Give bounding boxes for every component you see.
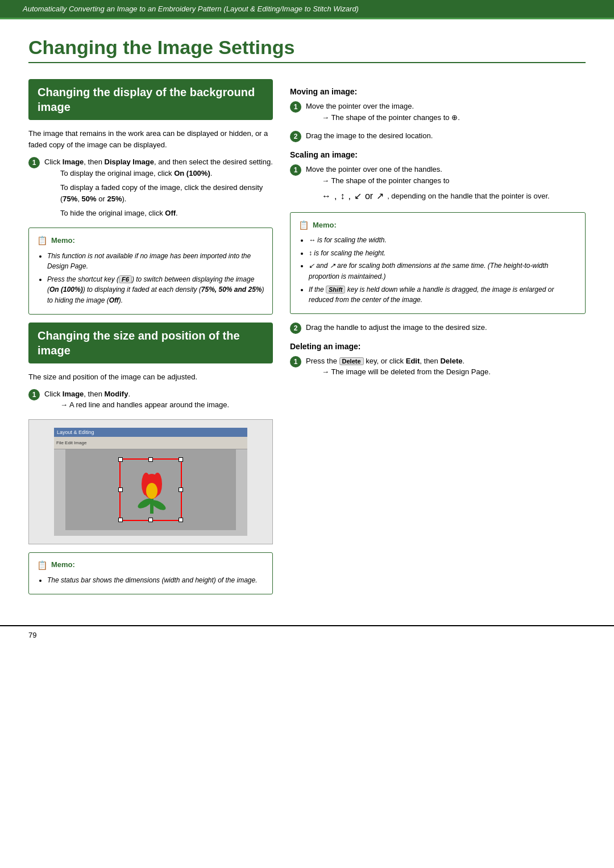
svg-point-6	[146, 483, 157, 499]
arrow-note: → The image will be deleted from the Des…	[306, 366, 491, 378]
step-number: 1	[290, 164, 301, 176]
scaling-steps: 1 Move the pointer over one of the handl…	[290, 164, 586, 206]
list-item: 1 Move the pointer over the image. → The…	[290, 101, 586, 126]
moving-step1: Move the pointer over the image.	[306, 102, 414, 110]
memo-label: Memo:	[51, 559, 75, 571]
memo-icon: 📋	[37, 234, 48, 247]
scaling-title: Scaling an image:	[290, 150, 586, 159]
step-number: 1	[28, 157, 40, 168]
memo-item: Press the shortcut key (F6) to switch be…	[47, 274, 264, 306]
sub-item: To display the original image, click On …	[44, 168, 273, 179]
list-item: 2 Drag the image to the desired location…	[290, 130, 586, 142]
step-number: 1	[290, 356, 301, 367]
section2-header: Changing the size and position of the im…	[28, 323, 273, 363]
section1-memo: 📋 Memo: This function is not available i…	[28, 228, 273, 314]
section1-header: Changing the display of the background i…	[28, 79, 273, 120]
page-number: 79	[28, 631, 36, 639]
memo-item: ↔ is for scaling the width.	[309, 235, 577, 246]
deleting-title: Deleting an image:	[290, 342, 586, 351]
memo-label: Memo:	[51, 235, 75, 246]
step1-text: Click Image, then Display Image, and the…	[44, 158, 273, 166]
screenshot-inner: Layout & Editing File Edit Image	[54, 428, 247, 536]
scaling-step1: Move the pointer over one of the handles…	[306, 165, 442, 173]
page-title: Changing the Image Settings	[28, 36, 586, 63]
memo-icon: 📋	[37, 559, 48, 572]
list-item: 1 Click Image, then Display Image, and t…	[28, 156, 273, 222]
page-footer: 79	[0, 625, 614, 644]
memo-list: This function is not available if no ima…	[37, 251, 264, 306]
section1-title: Changing the display of the background i…	[38, 85, 264, 114]
step1-text: Click Image, then Modify.	[44, 390, 130, 398]
memo-label: Memo:	[313, 220, 337, 231]
list-item: 1 Click Image, then Modify. → A red line…	[28, 388, 273, 414]
memo-item: The status bar shows the dimensions (wid…	[47, 575, 264, 586]
sub-item: To display a faded copy of the image, cl…	[44, 182, 273, 205]
deleting-step1: Press the Delete key, or click Edit, the…	[306, 357, 464, 365]
moving-title: Moving an image:	[290, 87, 586, 96]
arrow-note: → The shape of the pointer changes to	[306, 175, 550, 187]
memo-list: ↔ is for scaling the width. ↕ is for sca…	[298, 235, 577, 305]
moving-step2: Drag the image to the desired location.	[306, 131, 433, 140]
section2-memo: 📋 Memo: The status bar shows the dimensi…	[28, 552, 273, 594]
memo-item: ↙ and ↗ are for scaling both dimensions …	[309, 261, 577, 282]
section2-body: The size and position of the image can b…	[28, 371, 273, 383]
list-item: 1 Press the Delete key, or click Edit, t…	[290, 356, 586, 381]
screenshot: Layout & Editing File Edit Image	[28, 419, 273, 544]
section2-title: Changing the size and position of the im…	[38, 328, 264, 358]
arrow-note: → The shape of the pointer changes to ⊕.	[306, 112, 460, 123]
section1-body: The image that remains in the work area …	[28, 128, 273, 151]
right-column: Moving an image: 1 Move the pointer over…	[290, 79, 586, 602]
section2-steps: 1 Click Image, then Modify. → A red line…	[28, 388, 273, 414]
memo-list: The status bar shows the dimensions (wid…	[37, 575, 264, 586]
deleting-steps: 1 Press the Delete key, or click Edit, t…	[290, 356, 586, 381]
header-text: Automatically Converting an Image to an …	[23, 5, 359, 13]
section1-steps: 1 Click Image, then Display Image, and t…	[28, 156, 273, 222]
header-bar: Automatically Converting an Image to an …	[0, 0, 614, 19]
step-number: 1	[290, 101, 301, 113]
left-column: Changing the display of the background i…	[28, 79, 273, 602]
list-item: 1 Move the pointer over one of the handl…	[290, 164, 586, 206]
sub-item: To hide the original image, click Off.	[44, 208, 273, 219]
memo-item: This function is not available if no ima…	[47, 251, 264, 272]
scaling-step2-list: 2 Drag the handle to adjust the image to…	[290, 322, 586, 334]
list-item: 2 Drag the handle to adjust the image to…	[290, 322, 586, 334]
memo-item: If the Shift key is held down while a ha…	[309, 284, 577, 305]
symbol-row: ↔ , ↕ , ↙ or ↗ , depending on the handle…	[322, 189, 550, 203]
step-number: 2	[290, 131, 301, 142]
tulip-image	[123, 462, 180, 519]
memo-icon: 📋	[298, 218, 309, 232]
scaling-memo: 📋 Memo: ↔ is for scaling the width. ↕ is…	[290, 212, 586, 314]
arrow-note: → A red line and handles appear around t…	[44, 399, 229, 411]
memo-item: ↕ is for scaling the height.	[309, 248, 577, 259]
step-number: 2	[290, 323, 301, 334]
moving-steps: 1 Move the pointer over the image. → The…	[290, 101, 586, 142]
step-number: 1	[28, 389, 40, 400]
titlebar: Layout & Editing	[54, 428, 247, 437]
scaling-step2: Drag the handle to adjust the image to t…	[306, 323, 487, 332]
